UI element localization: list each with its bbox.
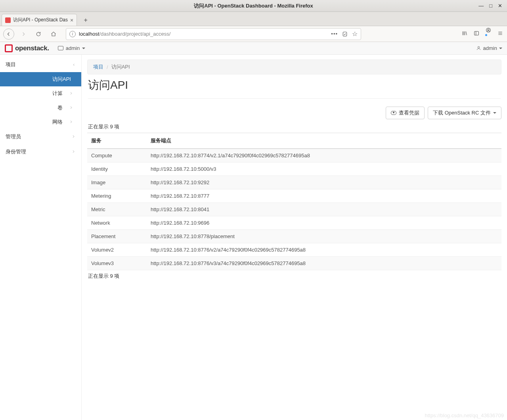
table-row: Networkhttp://192.168.72.10:9696 [87,216,501,230]
table-count-top: 正在显示 9 项 [88,123,501,130]
table-row: Volumev2http://192.168.72.10:8776/v2/a74… [87,243,501,257]
table-count-bottom: 正在显示 9 项 [88,273,501,280]
sidebar-item-project[interactable]: 项目 [0,57,81,72]
table-row: Placementhttp://192.168.72.10:8778/place… [87,230,501,243]
col-service[interactable]: 服务 [87,133,147,149]
cell-service: Image [87,176,147,189]
cell-endpoint: http://192.168.72.10:8776/v3/a74c79290f0… [147,257,501,270]
tab-title: 访问API - OpenStack Das [13,17,68,23]
breadcrumb-root[interactable]: 项目 [93,63,103,71]
url-text: localhost/dashboard/project/api_access/ [79,31,331,37]
project-label: admin [66,45,80,51]
url-bar[interactable]: i localhost/dashboard/project/api_access… [66,28,361,40]
user-label: admin [483,45,497,51]
nav-forward-button [17,28,29,40]
url-host: localhost [79,31,99,37]
cell-service: Volumev2 [87,243,147,257]
tab-close-icon[interactable]: × [70,17,73,23]
svg-point-3 [488,29,489,30]
user-icon [476,46,481,51]
button-label: 下载 OpenStack RC 文件 [433,109,491,116]
window-title: 访问API - OpenStack Dashboard - Mozilla Fi… [0,2,507,10]
sidebar-item-identity[interactable]: 身份管理 [0,144,81,159]
nav-home-button[interactable] [48,28,59,40]
cell-service: Identity [87,162,147,176]
col-endpoint[interactable]: 服务端点 [147,133,501,149]
watermark-text: https://blog.csdn.net/qq_43636709 [425,412,504,418]
breadcrumb: 项目 / 访问API [87,59,501,74]
page-title: 访问API [88,78,501,99]
library-icon[interactable] [461,30,468,38]
actions-row: 查看凭据 下载 OpenStack RC 文件 [87,107,501,119]
chevron-right-icon [69,120,73,125]
user-menu[interactable]: admin [476,45,502,51]
cell-endpoint: http://192.168.72.10:8778/placement [147,230,501,243]
openstack-logo-icon [5,44,13,52]
home-icon [50,31,57,37]
sidebar-item-compute[interactable]: 计算 [0,86,81,101]
table-row: Metrichttp://192.168.72.10:8041 [87,203,501,216]
sidebar-item-label: 卷 [6,104,65,111]
nav-reload-button[interactable] [33,28,44,40]
page-actions-icon[interactable]: ••• [331,31,338,37]
sidebar-item-label: 访问API [6,76,73,83]
reader-shield-icon[interactable] [342,31,348,37]
sidebar: 项目 访问API 计算 卷 网络 [0,55,82,420]
cell-service: Metering [87,189,147,203]
svg-rect-1 [474,31,479,35]
endpoints-table: 服务 服务端点 Computehttp://192.168.72.10:8774… [87,133,501,270]
sidebar-item-admin[interactable]: 管理员 [0,129,81,144]
sidebar-item-label: 网络 [6,118,65,126]
cell-service: Compute [87,149,147,162]
eye-icon [391,111,396,115]
sidebar-item-network[interactable]: 网络 [0,115,81,129]
download-rc-button[interactable]: 下载 OpenStack RC 文件 [428,107,501,119]
caret-down-icon [499,48,502,49]
project-selector[interactable]: admin [58,45,85,51]
brand-logo[interactable]: openstack. [5,44,49,52]
cell-service: Volumev3 [87,257,147,270]
account-icon[interactable] [485,27,492,41]
arrow-right-icon [20,31,27,37]
sidebar-item-label: 管理员 [6,133,21,140]
cell-service: Placement [87,230,147,243]
reload-icon [35,31,42,37]
breadcrumb-current: 访问API [111,63,130,71]
view-credentials-button[interactable]: 查看凭据 [386,107,425,119]
table-row: Computehttp://192.168.72.10:8774/v2.1/a7… [87,149,501,162]
nav-back-button[interactable] [3,29,14,40]
chevron-right-icon [69,105,73,111]
sidebar-item-label: 项目 [6,61,16,68]
sidebar-item-label: 计算 [6,90,65,97]
browser-tabstrip: 访问API - OpenStack Das × + [0,12,507,26]
new-tab-button[interactable]: + [79,15,92,26]
server-icon [58,46,63,50]
table-row: Identityhttp://192.168.72.10:5000/v3 [87,162,501,176]
cell-service: Network [87,216,147,230]
table-row: Meteringhttp://192.168.72.10:8777 [87,189,501,203]
cell-endpoint: http://192.168.72.10:8776/v2/a74c79290f0… [147,243,501,257]
cell-endpoint: http://192.168.72.10:5000/v3 [147,162,501,176]
browser-tab-active[interactable]: 访问API - OpenStack Das × [2,14,77,26]
caret-down-icon [82,48,85,49]
chevron-right-icon [71,134,76,139]
dashboard-topbar: openstack. admin admin [0,42,507,55]
sidebar-item-label: 身份管理 [6,148,26,155]
chevron-right-icon [71,149,76,155]
sidebar-item-api-access[interactable]: 访问API [0,72,81,86]
app-menu-icon[interactable] [497,30,504,38]
arrow-left-icon [6,31,12,37]
sidebar-toggle-icon[interactable] [473,30,480,38]
breadcrumb-separator: / [107,64,108,70]
button-label: 查看凭据 [399,109,419,116]
table-row: Volumev3http://192.168.72.10:8776/v3/a74… [87,257,501,270]
bookmark-star-icon[interactable]: ☆ [352,30,358,38]
sidebar-item-volume[interactable]: 卷 [0,101,81,115]
brand-text: openstack. [15,44,49,52]
site-info-icon[interactable]: i [69,31,76,37]
favicon-icon [5,17,11,23]
cell-endpoint: http://192.168.72.10:8041 [147,203,501,216]
chevron-right-icon [69,91,73,96]
svg-point-4 [478,46,479,48]
content-area: 项目 / 访问API 访问API 查看凭据 下载 OpenStack RC 文件… [82,55,507,420]
